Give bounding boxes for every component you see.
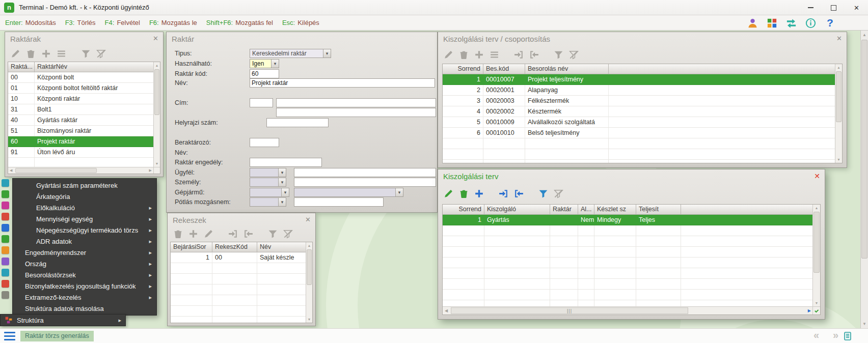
cim-irsz-input[interactable] [250, 98, 273, 107]
user-icon[interactable] [746, 17, 759, 30]
tipus-combo[interactable]: Kereskedelmi raktár▾ [250, 49, 331, 58]
table-row[interactable]: 200020001Alapanyag [443, 85, 835, 96]
module-icon-10[interactable] [2, 291, 9, 299]
horizontal-scrollbar[interactable]: ◀ ▶ [8, 167, 153, 174]
modules-grid-icon[interactable] [766, 17, 778, 30]
delete-icon[interactable] [25, 48, 36, 59]
table-row[interactable]: 500010009Alvállalkozói szolgáltatá [443, 117, 835, 128]
scroll-up-icon[interactable]: ▲ [835, 66, 842, 69]
scroll-left-icon[interactable]: ◀ [445, 307, 448, 315]
table-row[interactable]: 100Saját készle [171, 252, 306, 263]
list-menu-icon[interactable] [489, 49, 500, 60]
column-header-sorrend[interactable]: Sorrend [443, 205, 484, 215]
close-panel-icon[interactable]: ✕ [814, 172, 820, 180]
back-icon[interactable]: « [813, 329, 819, 341]
import-icon[interactable] [529, 49, 539, 60]
scroll-down-icon[interactable]: ▼ [154, 162, 160, 165]
column-header-bejarasisor[interactable]: BejárásiSor [171, 242, 212, 252]
szemely-nev-input[interactable] [294, 178, 436, 187]
export-icon[interactable] [498, 188, 509, 199]
column-header-al[interactable]: Al... [578, 205, 594, 215]
filter-off-icon[interactable] [553, 188, 564, 199]
filter-off-icon[interactable] [283, 228, 293, 239]
table-row[interactable]: 51Bizományosi raktár [8, 126, 153, 136]
filter-icon[interactable] [553, 49, 564, 60]
filter-off-icon[interactable] [96, 48, 106, 59]
table-row[interactable]: 400020002Késztermék [443, 106, 835, 117]
add-icon[interactable] [474, 49, 484, 60]
szemely-combo[interactable]: ▾ [250, 178, 286, 187]
menu-item[interactable]: Ország▸ [13, 258, 156, 269]
table-row[interactable]: 1GyártásNemMindegyTeljes [443, 215, 812, 225]
menu-item[interactable]: Besorolástörzsek▸ [13, 269, 156, 280]
scroll-down-icon[interactable]: ▼ [306, 318, 312, 321]
hamburger-menu-icon[interactable] [4, 332, 15, 340]
potlas-combo[interactable]: ▾ [250, 197, 286, 207]
menu-item[interactable]: ADR adatok▸ [13, 236, 156, 247]
filter-icon[interactable] [80, 48, 91, 59]
vertical-scrollbar[interactable]: ▲ ▼ [306, 242, 312, 323]
column-header-raktar[interactable]: Raktár [550, 205, 578, 215]
module-icon-0[interactable] [2, 179, 9, 187]
menu-item[interactable]: Gyártási szám paraméterek [13, 180, 156, 191]
window-scrollbar[interactable]: ▲ ▼ [860, 31, 868, 328]
sync-arrows-icon[interactable] [785, 17, 798, 30]
column-header-rekeszkod[interactable]: RekeszKód [212, 242, 257, 252]
scroll-left-icon[interactable]: ◀ [10, 167, 12, 174]
vertical-scrollbar[interactable]: ▲ ▼ [812, 205, 820, 306]
filter-icon[interactable] [538, 188, 549, 199]
module-icon-2[interactable] [2, 202, 9, 209]
ugyfel-combo[interactable]: ▾ [250, 168, 286, 177]
edit-icon[interactable] [443, 188, 454, 199]
scroll-down-icon[interactable]: ▼ [861, 322, 868, 326]
table-row[interactable]: 100010007Projekt teljesítmény [443, 74, 835, 85]
scroll-up-icon[interactable]: ▲ [306, 244, 312, 247]
scroll-down-icon[interactable]: ▼ [835, 158, 842, 161]
scroll-thumb[interactable]: ||| [451, 307, 688, 314]
scroll-thumb[interactable] [836, 71, 842, 122]
menu-item[interactable]: Előkalkuláció▸ [13, 202, 156, 213]
add-icon[interactable] [474, 188, 484, 199]
module-icon-7[interactable] [2, 258, 9, 265]
module-icon-5[interactable] [2, 235, 9, 243]
vertical-scrollbar[interactable]: ▲ ▼ [835, 64, 842, 163]
column-header-keszlet[interactable]: Készlet sz [594, 205, 636, 215]
filter-off-icon[interactable] [568, 49, 579, 60]
filter-icon[interactable] [267, 228, 278, 239]
gepjarmu-combo[interactable]: ▾ [250, 188, 289, 197]
edit-icon[interactable] [203, 228, 214, 239]
table-row[interactable]: 01Központi boltot feltöltő raktár [8, 83, 153, 94]
module-icon-3[interactable] [2, 213, 9, 220]
module-icon-1[interactable] [2, 190, 9, 198]
log-document-icon[interactable] [843, 331, 853, 341]
horizontal-scrollbar[interactable]: ◀ ||| ▶ [443, 306, 812, 315]
column-header-nev[interactable]: Név [257, 242, 312, 252]
table-row[interactable]: 91Úton lévő áru [8, 147, 153, 158]
delete-icon[interactable] [173, 228, 183, 239]
raktar-kod-input[interactable]: 60 [250, 69, 279, 78]
minimize-button[interactable] [799, 0, 822, 15]
confirm-check-icon[interactable] [812, 306, 820, 315]
list-menu-icon[interactable] [56, 48, 67, 59]
table-row[interactable]: 31Bolt1 [8, 104, 153, 115]
column-header-raktar-kod[interactable]: Raktá... [8, 62, 35, 72]
scroll-up-icon[interactable]: ▲ [813, 206, 820, 210]
maximize-button[interactable] [822, 0, 845, 15]
add-icon[interactable] [41, 48, 51, 59]
table-row[interactable]: 600010010Belső teljesítmény [443, 128, 835, 138]
close-panel-icon[interactable]: ✕ [836, 35, 842, 42]
scroll-right-icon[interactable]: ▶ [149, 167, 152, 174]
scroll-thumb[interactable] [154, 69, 159, 115]
table-row[interactable]: 60Projekt raktár [8, 136, 153, 147]
module-icon-8[interactable] [2, 269, 9, 276]
menu-item[interactable]: Engedményrendszer▸ [13, 247, 156, 258]
table-row[interactable]: 10Központi raktár [8, 94, 153, 104]
menu-item[interactable]: Népegészségügyi termékadó törzs▸ [13, 224, 156, 236]
scroll-down-icon[interactable]: ▼ [813, 301, 820, 305]
scroll-right-icon[interactable]: ▶ [808, 307, 811, 315]
table-row[interactable]: 300020003Félkésztermék [443, 96, 835, 106]
module-icon-6[interactable] [2, 246, 9, 254]
module-icon-9[interactable] [2, 280, 9, 288]
column-header-sorrend[interactable]: Sorrend [443, 64, 483, 74]
column-header-raktar-nev[interactable]: RaktárNév [35, 62, 160, 72]
